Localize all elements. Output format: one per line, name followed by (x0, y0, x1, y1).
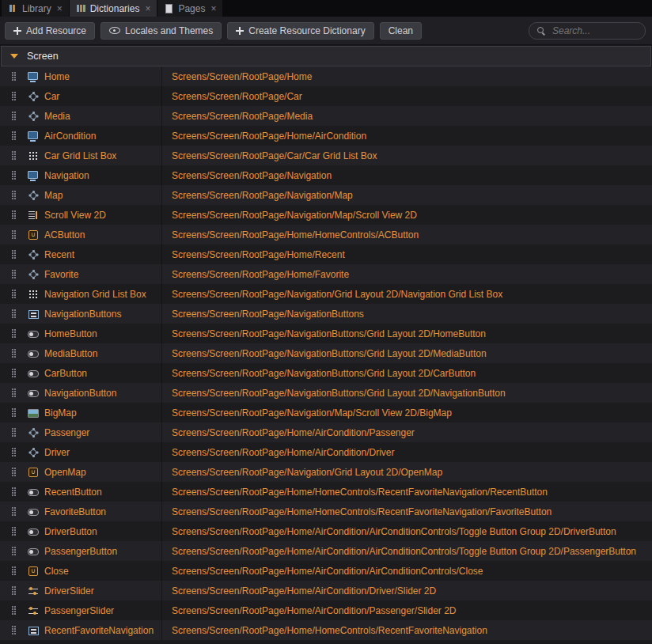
table-row[interactable]: Navigation Grid List Box Screens/Screen/… (0, 284, 652, 304)
drag-handle-icon[interactable] (0, 250, 27, 259)
table-row[interactable]: Car Grid List Box Screens/Screen/RootPag… (0, 146, 652, 165)
resource-name-cell: DriverSlider (27, 585, 161, 597)
table-row[interactable]: Favorite Screens/Screen/RootPage/Home/Fa… (0, 264, 652, 284)
drag-handle-icon[interactable] (0, 507, 27, 516)
resource-name-cell: HomeButton (27, 328, 161, 340)
drag-handle-icon[interactable] (0, 448, 27, 456)
table-row[interactable]: RecentButton Screens/Screen/RootPage/Hom… (0, 482, 652, 502)
table-row[interactable]: CarButton Screens/Screen/RootPage/Naviga… (0, 363, 652, 383)
togglebutton-icon (27, 486, 40, 498)
search-input[interactable] (551, 25, 638, 37)
drag-handle-icon[interactable] (0, 566, 27, 575)
locales-and-themes-button[interactable]: Locales and Themes (100, 22, 222, 40)
drag-handle-icon[interactable] (0, 290, 27, 298)
drag-handle-icon[interactable] (0, 388, 27, 397)
table-row[interactable]: HomeButton Screens/Screen/RootPage/Navig… (0, 324, 652, 343)
search-box[interactable] (529, 22, 646, 40)
drag-handle-icon[interactable] (0, 329, 27, 338)
table-row[interactable]: MediaButton Screens/Screen/RootPage/Navi… (0, 343, 652, 363)
resource-path: Screens/Screen/RootPage/Navigation/Map/S… (161, 403, 652, 422)
resource-path: Screens/Screen/RootPage/Car (161, 86, 652, 106)
resource-name: PassengerButton (44, 546, 117, 557)
drag-handle-icon[interactable] (0, 72, 27, 81)
resource-name-cell: Scroll View 2D (27, 209, 161, 222)
section-header-screen[interactable]: Screen (1, 46, 651, 66)
tab-library[interactable]: Library × (2, 0, 69, 17)
resource-name-cell: PassengerSlider (27, 604, 161, 617)
drag-handle-icon[interactable] (0, 586, 27, 595)
drag-handle-icon[interactable] (0, 468, 27, 476)
drag-handle-icon[interactable] (0, 527, 27, 536)
drag-handle-icon[interactable] (0, 606, 27, 615)
create-resource-dictionary-button[interactable]: Create Resource Dictionary (227, 22, 373, 40)
resource-path: Screens/Screen/RootPage/Home/HomeControl… (161, 482, 652, 502)
drag-handle-icon[interactable] (0, 626, 27, 635)
tab-close-icon[interactable]: × (145, 4, 150, 13)
table-row[interactable]: Home Screens/Screen/RootPage/Home (0, 66, 652, 86)
table-row[interactable]: Map Screens/Screen/RootPage/Navigation/M… (0, 185, 652, 205)
resource-name-cell: Car (27, 90, 161, 103)
table-row[interactable]: Driver Screens/Screen/RootPage/Home/AirC… (0, 442, 652, 462)
drag-handle-icon[interactable] (0, 369, 27, 377)
collapse-chevron-icon[interactable] (10, 54, 18, 59)
drag-handle-icon[interactable] (0, 131, 27, 140)
resource-name: NavigationButton (44, 388, 116, 399)
table-row[interactable]: BigMap Screens/Screen/RootPage/Navigatio… (0, 403, 652, 422)
pushbutton-icon (27, 466, 40, 479)
tab-dictionaries[interactable]: Dictionaries × (70, 0, 157, 17)
add-resource-button[interactable]: Add Resource (5, 22, 95, 40)
clean-button[interactable]: Clean (380, 22, 422, 40)
table-row[interactable]: Navigation Screens/Screen/RootPage/Navig… (0, 165, 652, 185)
drag-handle-icon[interactable] (0, 92, 27, 100)
drag-handle-icon[interactable] (0, 408, 27, 417)
table-row[interactable]: Media Screens/Screen/RootPage/Media (0, 106, 652, 126)
table-row[interactable]: PassengerButton Screens/Screen/RootPage/… (0, 541, 652, 561)
resource-name: ACButton (44, 229, 85, 241)
tab-close-icon[interactable]: × (210, 4, 216, 13)
tab-close-icon[interactable]: × (57, 4, 63, 13)
resource-name-cell: PassengerButton (27, 545, 161, 558)
resource-path: Screens/Screen/RootPage/Home/AirConditio… (161, 561, 652, 581)
table-row[interactable]: PassengerSlider Screens/Screen/RootPage/… (0, 600, 652, 620)
resource-name: FavoriteButton (44, 506, 106, 517)
table-row[interactable]: Scroll View 2D Screens/Screen/RootPage/N… (0, 205, 652, 225)
table-row[interactable]: Recent Screens/Screen/RootPage/Home/Rece… (0, 244, 652, 264)
table-row[interactable]: RecentFavoriteNavigation Screens/Screen/… (0, 620, 652, 640)
drag-handle-icon[interactable] (0, 309, 27, 318)
table-row[interactable]: DriverSlider Screens/Screen/RootPage/Hom… (0, 581, 652, 600)
resource-path: Screens/Screen/RootPage/NavigationButton… (161, 383, 652, 403)
resource-path: Screens/Screen/RootPage/Home/HomeControl… (161, 502, 652, 521)
table-row[interactable]: FavoriteButton Screens/Screen/RootPage/H… (0, 502, 652, 521)
resource-path: Screens/Screen/RootPage/Navigation/Grid … (161, 462, 652, 482)
resource-path: Screens/Screen/RootPage/Media (161, 106, 652, 126)
resource-name-cell: Driver (27, 446, 161, 459)
tab-pages[interactable]: Pages × (157, 0, 222, 17)
table-row[interactable]: Passenger Screens/Screen/RootPage/Home/A… (0, 422, 652, 442)
togglebutton-icon (27, 387, 40, 400)
table-row[interactable]: DriverButton Screens/Screen/RootPage/Hom… (0, 521, 652, 541)
resource-name-cell: Navigation (27, 169, 161, 182)
table-row[interactable]: Close Screens/Screen/RootPage/Home/AirCo… (0, 561, 652, 581)
table-row[interactable]: ACButton Screens/Screen/RootPage/Home/Ho… (0, 225, 652, 244)
drag-handle-icon[interactable] (0, 230, 27, 239)
table-row[interactable]: AirCondition Screens/Screen/RootPage/Hom… (0, 126, 652, 146)
resource-name-cell: FavoriteButton (27, 506, 161, 518)
table-row[interactable]: NavigationButton Screens/Screen/RootPage… (0, 383, 652, 403)
table-row[interactable]: OpenMap Screens/Screen/RootPage/Navigati… (0, 462, 652, 482)
drag-handle-icon[interactable] (0, 210, 27, 219)
slider-icon (27, 604, 40, 617)
drag-handle-icon[interactable] (0, 151, 27, 160)
table-row[interactable]: Car Screens/Screen/RootPage/Car (0, 86, 652, 106)
tab-bar: Library × Dictionaries × Pages × (0, 0, 652, 17)
drag-handle-icon[interactable] (0, 270, 27, 278)
drag-handle-icon[interactable] (0, 191, 27, 199)
drag-handle-icon[interactable] (0, 171, 27, 180)
resource-name-cell: Home (27, 70, 161, 83)
drag-handle-icon[interactable] (0, 112, 27, 120)
table-row[interactable]: NavigationButtons Screens/Screen/RootPag… (0, 304, 652, 324)
drag-handle-icon[interactable] (0, 349, 27, 358)
drag-handle-icon[interactable] (0, 547, 27, 555)
drag-handle-icon[interactable] (0, 487, 27, 496)
resource-path: Screens/Screen/RootPage/Home/AirConditio… (161, 541, 652, 561)
drag-handle-icon[interactable] (0, 428, 27, 437)
